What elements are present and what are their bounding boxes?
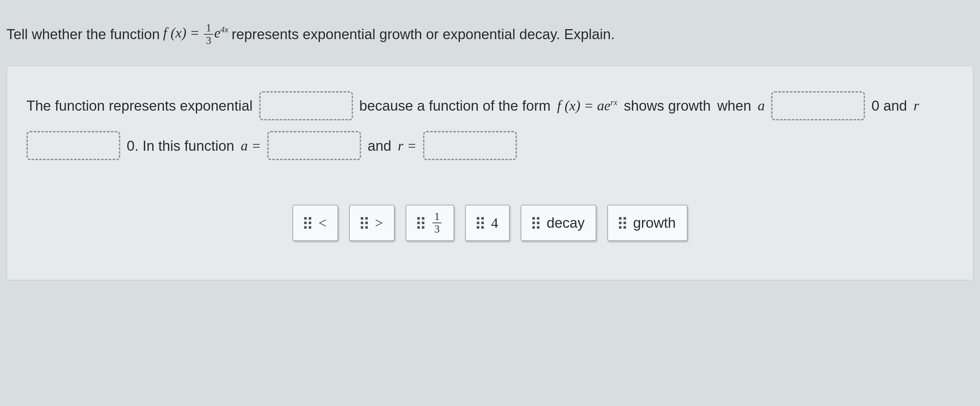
drop-target-r-value[interactable] xyxy=(423,131,517,160)
tile-decay[interactable]: decay xyxy=(521,205,596,241)
text-segment: and xyxy=(368,129,391,163)
drop-target-a-value[interactable] xyxy=(267,131,361,160)
answer-area: The function represents exponential beca… xyxy=(6,66,974,280)
form-expression: f (x) = aerx xyxy=(557,89,617,123)
tile-four[interactable]: 4 xyxy=(465,205,510,241)
grip-icon xyxy=(304,217,311,229)
tile-label: 4 xyxy=(491,215,498,231)
prompt-function: f (x) = 1 3 e4x xyxy=(163,22,229,46)
tile-label: 1 3 xyxy=(431,211,443,235)
text-segment: 0 and xyxy=(872,89,907,123)
r-equals: r = xyxy=(398,129,417,163)
grip-icon xyxy=(532,217,539,229)
tile-growth[interactable]: growth xyxy=(607,205,687,241)
text-segment: when xyxy=(717,89,751,123)
text-segment: 0. In this function xyxy=(127,129,234,163)
grip-icon xyxy=(417,217,425,229)
tile-label: decay xyxy=(547,215,584,231)
text-segment: shows growth xyxy=(624,89,711,123)
tile-label: < xyxy=(318,215,326,231)
drop-target-a-compare[interactable] xyxy=(771,91,865,120)
prompt-post: represents exponential growth or exponen… xyxy=(231,24,614,44)
fraction-one-third: 1 3 xyxy=(204,22,213,46)
tile-bank: < > 1 3 4 decay growth xyxy=(27,205,953,241)
tile-one-third[interactable]: 1 3 xyxy=(406,205,455,241)
question-prompt: Tell whether the function f (x) = 1 3 e4… xyxy=(6,22,974,46)
grip-icon xyxy=(361,217,368,229)
drop-target-r-compare[interactable] xyxy=(27,131,120,160)
var-a: a xyxy=(757,89,765,123)
grip-icon xyxy=(477,217,484,229)
a-equals: a = xyxy=(241,129,261,163)
tile-less-than[interactable]: < xyxy=(293,205,338,241)
tile-label: > xyxy=(375,215,383,231)
tile-label: growth xyxy=(633,215,676,231)
answer-sentence: The function represents exponential beca… xyxy=(27,89,953,163)
text-segment: The function represents exponential xyxy=(27,89,253,123)
var-r: r xyxy=(913,89,919,123)
text-segment: because a function of the form xyxy=(360,89,551,123)
drop-target-growth-decay[interactable] xyxy=(259,91,353,120)
tile-greater-than[interactable]: > xyxy=(349,205,395,241)
grip-icon xyxy=(619,217,626,229)
prompt-pre: Tell whether the function xyxy=(6,24,160,44)
